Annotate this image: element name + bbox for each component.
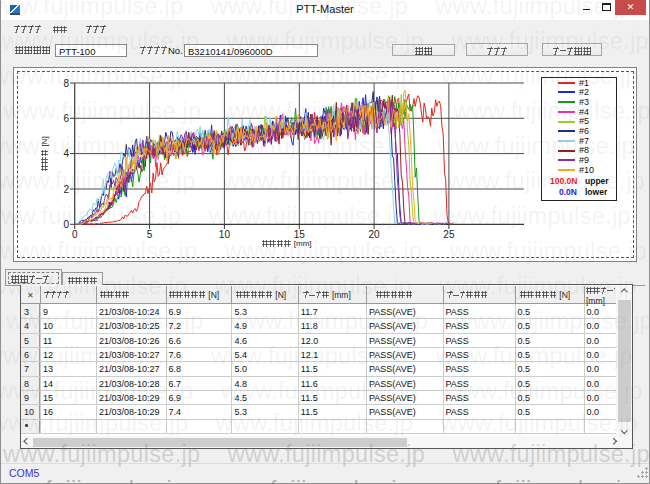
- svg-text:0: 0: [72, 229, 78, 240]
- svg-text:2: 2: [63, 184, 69, 195]
- svg-text:10: 10: [219, 229, 231, 240]
- svg-text:6: 6: [63, 113, 69, 124]
- svg-text:25: 25: [443, 229, 455, 240]
- svg-text:8: 8: [63, 78, 69, 89]
- svg-text:0: 0: [63, 219, 69, 230]
- svg-text:4: 4: [63, 148, 69, 159]
- svg-text:20: 20: [369, 229, 381, 240]
- svg-text:5: 5: [147, 229, 153, 240]
